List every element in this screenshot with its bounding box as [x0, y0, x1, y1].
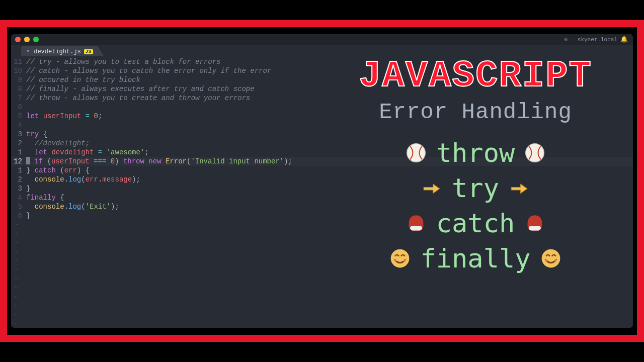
- bell-icon[interactable]: 🔔: [620, 36, 628, 43]
- line-number: 5: [11, 112, 26, 121]
- empty-line-tilde: ~: [11, 284, 633, 293]
- line-number: 4: [11, 121, 26, 130]
- line-number: 4: [11, 193, 26, 202]
- empty-line-tilde: ~: [11, 275, 633, 284]
- empty-line-tilde: ~: [11, 293, 633, 302]
- code-line[interactable]: 1} catch (err) {: [11, 166, 633, 175]
- status-text: 0 – skynet.local: [564, 37, 617, 43]
- close-window-button[interactable]: [15, 37, 21, 42]
- modified-indicator-icon: •: [26, 48, 30, 55]
- js-badge-icon: JS: [84, 49, 93, 54]
- line-number: 1: [11, 148, 26, 157]
- line-number: 2: [11, 175, 26, 184]
- line-number: 6: [11, 211, 26, 220]
- line-text[interactable]: }: [26, 211, 30, 220]
- code-line[interactable]: 5 console.log('Exit');: [11, 202, 633, 211]
- line-text[interactable]: // occured in the try block: [26, 75, 140, 84]
- line-number: 11: [11, 57, 26, 66]
- tab-bar: • devdelight.js JS: [11, 45, 633, 56]
- code-line[interactable]: 5let userInput = 0;: [11, 112, 633, 121]
- line-text[interactable]: let userInput = 0;: [26, 112, 102, 121]
- code-line[interactable]: 10// catch - allows you to catch the err…: [11, 66, 633, 75]
- line-number: 10: [11, 66, 26, 75]
- empty-line-tilde: ~: [11, 256, 633, 265]
- code-line[interactable]: 3}: [11, 184, 633, 193]
- line-number: 7: [11, 94, 26, 103]
- empty-line-tilde: ~: [11, 302, 633, 311]
- line-text[interactable]: if (userInput === 0) throw new Error('In…: [26, 157, 292, 166]
- code-line[interactable]: 2 console.log(err.message);: [11, 175, 633, 184]
- empty-line-tilde: ~: [11, 220, 633, 229]
- empty-line-tilde: ~: [11, 238, 633, 247]
- code-line[interactable]: 1 let devdelight = 'awesome';: [11, 148, 633, 157]
- letterbox-top: [0, 0, 644, 20]
- line-number: 3: [11, 130, 26, 139]
- code-area[interactable]: 11// try - allows you to test a block fo…: [11, 56, 633, 328]
- line-number: 2: [11, 139, 26, 148]
- tab-filename: devdelight.js: [34, 48, 81, 55]
- code-line[interactable]: 2 //devdelight;: [11, 139, 633, 148]
- line-text[interactable]: finally {: [26, 193, 64, 202]
- line-text[interactable]: //devdelight;: [26, 139, 90, 148]
- line-text[interactable]: }: [26, 184, 30, 193]
- stage: 0 – skynet.local 🔔 • devdelight.js JS 11…: [0, 20, 644, 342]
- line-text[interactable]: // throw - allows you to create and thro…: [26, 94, 250, 103]
- code-line[interactable]: 11// try - allows you to test a block fo…: [11, 57, 633, 66]
- code-line[interactable]: 7// throw - allows you to create and thr…: [11, 94, 633, 103]
- line-number: 5: [11, 202, 26, 211]
- code-line[interactable]: 6}: [11, 211, 633, 220]
- line-number: 12: [11, 157, 26, 166]
- status-right: 0 – skynet.local 🔔: [564, 36, 628, 43]
- line-number: 1: [11, 166, 26, 175]
- empty-line-tilde: ~: [11, 320, 633, 328]
- line-text[interactable]: let devdelight = 'awesome';: [26, 148, 149, 157]
- empty-line-tilde: ~: [11, 247, 633, 256]
- line-text[interactable]: } catch (err) {: [26, 166, 90, 175]
- empty-line-tilde: ~: [11, 229, 633, 238]
- editor-window: 0 – skynet.local 🔔 • devdelight.js JS 11…: [11, 34, 633, 328]
- line-text[interactable]: console.log('Exit');: [26, 202, 119, 211]
- code-line[interactable]: 3try {: [11, 130, 633, 139]
- red-frame: 0 – skynet.local 🔔 • devdelight.js JS 11…: [0, 20, 644, 342]
- empty-line-tilde: ~: [11, 265, 633, 275]
- code-line[interactable]: 12 if (userInput === 0) throw new Error(…: [11, 157, 633, 166]
- code-line[interactable]: 6: [11, 103, 633, 112]
- file-tab[interactable]: • devdelight.js JS: [21, 46, 104, 56]
- code-line[interactable]: 4: [11, 121, 633, 130]
- line-text[interactable]: // finally - always executes after try a…: [26, 84, 255, 94]
- line-number: 3: [11, 184, 26, 193]
- line-text[interactable]: try {: [26, 130, 47, 139]
- window-controls: [15, 37, 39, 42]
- line-number: 9: [11, 75, 26, 84]
- titlebar: 0 – skynet.local 🔔: [11, 34, 633, 45]
- line-text[interactable]: // catch - allows you to catch the error…: [26, 66, 271, 75]
- code-line[interactable]: 4finally {: [11, 193, 633, 202]
- zoom-window-button[interactable]: [33, 37, 39, 42]
- code-line[interactable]: 8// finally - always executes after try …: [11, 84, 633, 94]
- line-text[interactable]: // try - allows you to test a block for …: [26, 57, 220, 66]
- line-number: 6: [11, 103, 26, 112]
- line-text[interactable]: console.log(err.message);: [26, 175, 140, 184]
- empty-line-tilde: ~: [11, 311, 633, 320]
- minimize-window-button[interactable]: [24, 37, 30, 42]
- line-number: 8: [11, 84, 26, 94]
- code-line[interactable]: 9// occured in the try block: [11, 75, 633, 84]
- letterbox-bottom: [0, 342, 644, 362]
